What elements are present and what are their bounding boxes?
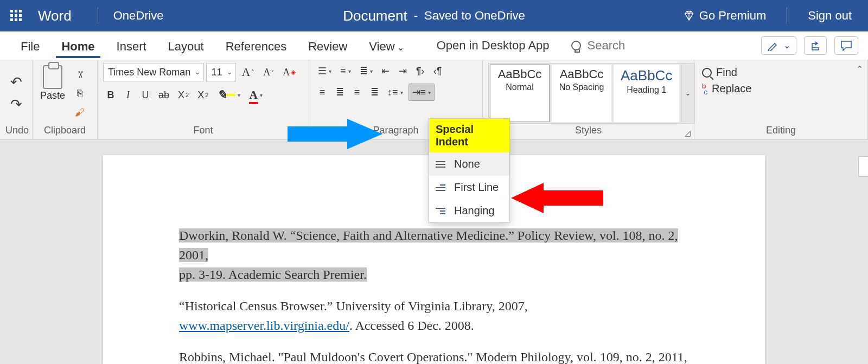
waffle-icon [10, 10, 22, 22]
tab-file[interactable]: File [10, 34, 50, 57]
strike-button[interactable]: ab [155, 87, 173, 103]
tab-references[interactable]: References [215, 34, 298, 57]
rtl-button[interactable]: ‹¶ [430, 63, 445, 79]
citation-paragraph-3[interactable]: Robbins, Michael. "Paul Muldoon's Covert… [179, 347, 689, 364]
go-premium-button[interactable]: Go Premium [683, 9, 766, 23]
font-name-select[interactable]: Times New Roman⌄ [103, 63, 204, 81]
citation-paragraph-1[interactable]: Dworkin, Ronald W. “Science, Faith and A… [179, 226, 689, 284]
citation-paragraph-2[interactable]: “Historical Census Browser.” University … [179, 296, 689, 335]
indent-none-icon [436, 160, 446, 169]
replace-label: Replace [712, 82, 751, 95]
indent-none-item[interactable]: None [429, 152, 509, 176]
citation-link[interactable]: www.mapserver.lib.virginia.edu/ [179, 318, 349, 333]
ribbon-tabs: File Home Insert Layout References Revie… [0, 31, 868, 60]
title-bar: Word OneDrive Document - Saved to OneDri… [0, 0, 868, 31]
copy-button[interactable]: ⎘ [72, 86, 88, 101]
app-name[interactable]: Word [33, 8, 88, 24]
save-status[interactable]: Saved to OneDrive [424, 9, 525, 23]
increase-indent-button[interactable]: ⇥ [395, 63, 411, 79]
group-label-undo: Undo [5, 124, 27, 138]
chevron-down-icon: ▾ [400, 90, 403, 95]
shrink-font-button[interactable]: A˅ [260, 65, 277, 80]
app-launcher-button[interactable] [0, 10, 33, 22]
align-left-button[interactable]: ≡ [315, 85, 330, 100]
scroll-handle[interactable] [858, 156, 868, 177]
font-size-select[interactable]: 11⌄ [206, 63, 236, 81]
comments-button[interactable] [834, 36, 858, 55]
search-icon [702, 68, 712, 78]
underline-button[interactable]: U [138, 87, 153, 103]
indent-none-label: None [454, 158, 480, 170]
font-color-button[interactable]: A▾ [246, 86, 266, 104]
cut-button[interactable]: ✂ [72, 66, 88, 82]
annotation-arrow-red [511, 182, 603, 214]
menu-header: Special Indent [429, 119, 509, 152]
replace-button[interactable]: bcReplace [702, 82, 751, 96]
document-name[interactable]: Document [343, 8, 407, 24]
numbering-button[interactable]: ≡▾ [337, 63, 354, 79]
ltr-button[interactable]: ¶› [413, 63, 428, 79]
group-label-font: Font [103, 124, 303, 138]
superscript-button[interactable]: X2 [194, 87, 212, 103]
style-heading1[interactable]: AaBbCc Heading 1 [614, 65, 679, 122]
format-painter-button[interactable]: 🖌 [72, 105, 88, 120]
tab-insert[interactable]: Insert [106, 34, 157, 57]
style-normal[interactable]: AaBbCc Normal [490, 65, 550, 122]
collapse-ribbon-button[interactable]: ⌃ [856, 64, 863, 74]
tab-layout[interactable]: Layout [157, 34, 215, 57]
style-sample: AaBbCc [497, 67, 542, 81]
multilevel-button[interactable]: ≣▾ [356, 63, 376, 79]
location-label[interactable]: OneDrive [108, 9, 169, 23]
title-sep: - [414, 9, 418, 23]
indent-firstline-item[interactable]: First Line [429, 176, 509, 199]
style-name: Normal [497, 82, 542, 92]
tab-home[interactable]: Home [50, 34, 105, 57]
sign-out-button[interactable]: Sign out [808, 9, 852, 23]
chevron-down-icon: ⌄ [397, 43, 404, 52]
title-center: Document - Saved to OneDrive [343, 8, 525, 24]
search-input[interactable] [586, 38, 646, 53]
special-indent-button[interactable]: ⇥≡▾ [409, 84, 435, 101]
indent-hanging-item[interactable]: Hanging [429, 199, 509, 222]
group-label-editing: Editing [700, 124, 862, 138]
grow-font-button[interactable]: A˄ [238, 63, 258, 81]
bullets-button[interactable]: ☰▾ [315, 63, 335, 79]
indent-firstline-label: First Line [454, 181, 499, 194]
paste-button[interactable]: Paste [38, 63, 67, 101]
lightbulb-icon [571, 41, 581, 50]
share-button[interactable] [804, 36, 827, 55]
line-spacing-button[interactable]: ↕≡▾ [384, 85, 406, 100]
find-label: Find [716, 66, 737, 79]
style-nospacing[interactable]: AaBbCc No Spacing [552, 65, 611, 122]
align-center-button[interactable]: ≣ [332, 84, 347, 100]
tab-review[interactable]: Review [297, 34, 358, 57]
comment-icon [840, 40, 852, 51]
find-button[interactable]: Find [702, 66, 751, 79]
tab-view[interactable]: View⌄ [358, 34, 414, 57]
indent-firstline-icon [436, 183, 446, 192]
undo-button[interactable]: ↶ [7, 72, 25, 93]
font-color-icon: A [249, 88, 258, 102]
align-right-button[interactable]: ≡ [349, 85, 365, 100]
decrease-indent-button[interactable]: ⇤ [378, 63, 393, 79]
chevron-down-icon: ▾ [260, 92, 263, 98]
styles-gallery[interactable]: AaBbCc Normal AaBbCc No Spacing AaBbCc H… [488, 63, 695, 124]
editing-mode-button[interactable]: ⌄ [761, 36, 796, 55]
brush-icon: 🖌 [75, 107, 85, 118]
open-in-desktop-button[interactable]: Open in Desktop App [437, 39, 550, 53]
replace-icon: bc [702, 82, 707, 96]
separator [787, 8, 787, 24]
dialog-launcher-icon[interactable]: ◿ [685, 129, 691, 137]
italic-button[interactable]: I [120, 87, 136, 103]
bold-button[interactable]: B [103, 87, 118, 103]
style-name: No Spacing [559, 82, 604, 92]
justify-button[interactable]: ≣ [367, 84, 382, 100]
styles-expand-button[interactable]: ⌄ [681, 65, 693, 122]
selected-text: pp. 3-19. Academic Search Premier. [179, 267, 367, 282]
style-name: Heading 1 [621, 85, 672, 95]
subscript-button[interactable]: X2 [175, 87, 192, 103]
clear-format-button[interactable]: A◈ [279, 65, 299, 80]
highlight-button[interactable]: ✎▾ [214, 86, 244, 104]
redo-button[interactable]: ↷ [7, 94, 25, 115]
clipboard-icon [43, 65, 62, 89]
